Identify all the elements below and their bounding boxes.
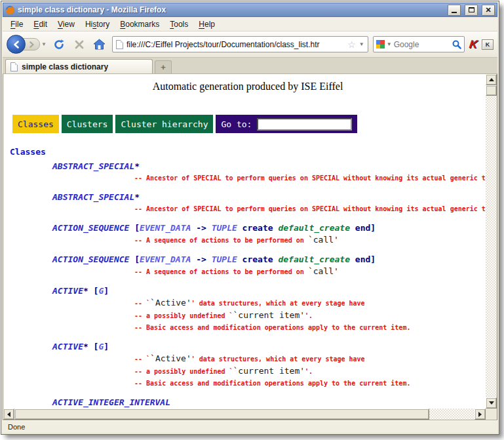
status-bar: Done <box>3 420 497 433</box>
tab-favicon <box>10 62 18 71</box>
scroll-down-button[interactable] <box>486 397 497 409</box>
doc-button-group: ClassesClustersCluster hierarchy <box>12 115 213 133</box>
class-name-link[interactable]: ACTION_SEQUENCE [EVENT_DATA -> TUPLE cre… <box>52 254 486 266</box>
search-magnifier-icon[interactable] <box>452 40 461 49</box>
class-comment-line: -- Basic access and modification operati… <box>52 322 486 334</box>
tab-label: simple class dictionary <box>22 62 108 71</box>
classes-heading: Classes <box>10 146 486 158</box>
status-text: Done <box>8 423 25 431</box>
tab-strip: simple class dictionary + <box>3 58 497 74</box>
goto-input[interactable] <box>257 118 352 130</box>
class-name-link[interactable]: ACTIVE* [G] <box>52 341 486 353</box>
document-content: Automatic generation produced by ISE Eif… <box>3 74 486 409</box>
class-name-link[interactable]: ACTIVE_INTEGER_INTERVAL <box>52 397 486 409</box>
new-tab-button[interactable]: + <box>155 60 172 73</box>
close-icon: ✕ <box>485 7 491 14</box>
doc-button-clusters[interactable]: Clusters <box>62 115 113 133</box>
url-input[interactable] <box>126 40 344 49</box>
class-entry: ACTION_SEQUENCE [EVENT_DATA -> TUPLE cre… <box>52 254 486 278</box>
bookmark-star-icon[interactable]: ☆ <box>347 40 356 49</box>
stop-icon <box>74 39 85 50</box>
scroll-up-button[interactable] <box>486 74 497 85</box>
menu-edit[interactable]: Edit <box>28 18 52 31</box>
kaspersky-icon[interactable]: K <box>468 38 478 51</box>
scrollbar-corner <box>486 409 497 420</box>
menu-tools[interactable]: Tools <box>165 18 193 31</box>
location-dropdown-icon[interactable]: ▼ <box>359 41 364 47</box>
class-comment-line: -- A sequence of actions to be performed… <box>52 266 486 278</box>
menu-view[interactable]: View <box>52 18 80 31</box>
maximize-button[interactable] <box>465 5 478 16</box>
page-favicon <box>116 40 123 49</box>
page-viewport: Automatic generation produced by ISE Eif… <box>3 74 497 420</box>
scroll-right-icon <box>478 412 482 417</box>
menu-file[interactable]: File <box>5 18 28 31</box>
menu-bookmarks[interactable]: Bookmarks <box>115 18 165 31</box>
scroll-right-button[interactable] <box>475 409 486 420</box>
class-entry: ABSTRACT_SPECIAL*-- Ancestor of SPECIAL … <box>52 191 486 215</box>
class-entry: ACTIVE* [G]-- ``Active'' data structures… <box>52 285 486 334</box>
horizontal-scrollbar[interactable] <box>3 409 486 420</box>
back-forward-group: ▼ <box>7 35 47 54</box>
menu-bar: FileEditViewHistoryBookmarksToolsHelp <box>3 17 497 31</box>
window-title: simple class dictionary - Mozilla Firefo… <box>18 5 444 14</box>
reload-icon <box>53 39 65 50</box>
home-button[interactable] <box>92 37 107 52</box>
title-bar: simple class dictionary - Mozilla Firefo… <box>3 3 497 17</box>
navigation-toolbar: ▼ ☆ ▼ ▼ <box>3 31 497 58</box>
reload-button[interactable] <box>51 37 67 52</box>
location-bar: ☆ ▼ <box>112 36 368 52</box>
class-comment-line: -- Ancestor of SPECIAL to perform querie… <box>52 203 486 215</box>
browser-window: simple class dictionary - Mozilla Firefo… <box>1 1 499 435</box>
class-comment-line: -- Basic access and modification operati… <box>52 378 486 390</box>
search-input[interactable] <box>394 40 450 49</box>
stop-button[interactable] <box>71 37 87 52</box>
firefox-icon <box>5 5 15 15</box>
search-bar: ▼ <box>373 36 465 52</box>
scroll-down-icon <box>489 401 494 405</box>
class-name-link[interactable]: ACTIVE* [G] <box>52 285 486 297</box>
forward-arrow-icon <box>28 41 35 48</box>
class-name-link[interactable]: ABSTRACT_SPECIAL* <box>52 161 486 172</box>
class-list: ABSTRACT_SPECIAL*-- Ancestor of SPECIAL … <box>52 161 486 409</box>
vertical-scrollbar[interactable] <box>486 74 497 409</box>
menu-history[interactable]: History <box>80 18 115 31</box>
scroll-left-icon <box>7 412 10 417</box>
search-engine-dropdown-icon[interactable]: ▼ <box>387 41 392 47</box>
class-entry: ACTIVE* [G]-- ``Active'' data structures… <box>52 341 486 390</box>
class-comment-line: -- ``Active'' data structures, which at … <box>52 353 486 365</box>
home-icon <box>93 39 106 50</box>
class-comment-line: -- ``Active'' data structures, which at … <box>52 297 486 310</box>
vertical-scrollbar-thumb[interactable] <box>486 85 497 96</box>
menu-help[interactable]: Help <box>193 18 220 31</box>
class-comment-line: -- a possibly undefined ``current item''… <box>52 365 486 378</box>
back-arrow-icon <box>12 41 20 49</box>
close-button[interactable]: ✕ <box>482 5 495 16</box>
history-dropdown-icon[interactable]: ▼ <box>41 41 47 47</box>
minimize-button[interactable] <box>448 5 461 16</box>
horizontal-scrollbar-thumb[interactable] <box>14 409 429 420</box>
class-comment-line: -- a possibly undefined ``current item''… <box>52 310 486 322</box>
scroll-left-button[interactable] <box>3 409 14 420</box>
class-entry: ACTIVE_INTEGER_INTERVAL <box>52 397 486 409</box>
virtual-keyboard-button[interactable]: K <box>482 39 494 50</box>
goto-label: Go to: <box>221 119 252 129</box>
goto-box: Go to: <box>216 115 357 133</box>
back-button[interactable] <box>7 35 26 54</box>
tab-simple-class-dictionary[interactable]: simple class dictionary <box>5 59 153 73</box>
plus-icon: + <box>161 62 166 72</box>
maximize-icon <box>469 7 475 12</box>
class-name-link[interactable]: ABSTRACT_SPECIAL* <box>52 191 486 203</box>
page-title: Automatic generation produced by ISE Eif… <box>10 81 486 92</box>
class-entry: ABSTRACT_SPECIAL*-- Ancestor of SPECIAL … <box>52 161 486 184</box>
class-comment-line: -- Ancestor of SPECIAL to perform querie… <box>52 172 486 184</box>
doc-button-classes[interactable]: Classes <box>12 115 59 133</box>
google-logo-icon <box>376 40 385 49</box>
scroll-up-icon <box>489 78 494 81</box>
class-entry: ACTION_SEQUENCE [EVENT_DATA -> TUPLE cre… <box>52 222 486 247</box>
doc-nav-buttons: ClassesClustersCluster hierarchy Go to: <box>12 115 486 133</box>
minimize-icon <box>452 12 457 13</box>
class-comment-line: -- A sequence of actions to be performed… <box>52 234 486 247</box>
class-name-link[interactable]: ACTION_SEQUENCE [EVENT_DATA -> TUPLE cre… <box>52 222 486 234</box>
doc-button-cluster-hierarchy[interactable]: Cluster hierarchy <box>115 115 213 133</box>
